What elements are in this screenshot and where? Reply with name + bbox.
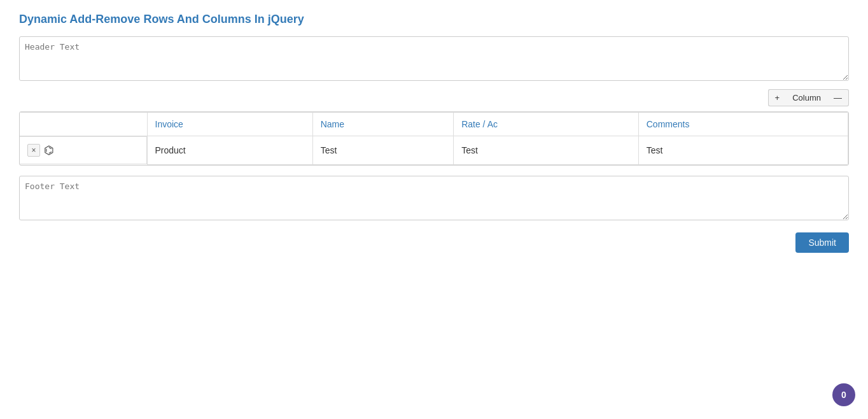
row-cell-product: Product	[147, 136, 312, 165]
main-table: Invoice Name Rate / Ac Comments × ⌬ Prod…	[20, 112, 848, 165]
table-wrapper: Invoice Name Rate / Ac Comments × ⌬ Prod…	[19, 111, 849, 166]
page-title-plain: Dynamic Add-Remove Rows And Columns In	[19, 13, 268, 25]
table-row: × ⌬ Product Test Test Test	[20, 136, 848, 165]
header-row: Invoice Name Rate / Ac Comments	[20, 113, 848, 136]
header-cell-invoice: Invoice	[147, 113, 312, 136]
footer-textarea[interactable]	[19, 176, 849, 220]
row-cell-test3: Test	[638, 136, 848, 165]
submit-button[interactable]: Submit	[795, 232, 849, 253]
remove-row-button[interactable]: ×	[27, 144, 40, 157]
header-cell-rate: Rate / Ac	[454, 113, 639, 136]
header-textarea[interactable]	[19, 36, 849, 81]
remove-column-button[interactable]: —	[827, 89, 849, 106]
column-label: Column	[786, 89, 827, 106]
row-actions-cell: × ⌬	[20, 136, 147, 164]
row-cell-test1: Test	[312, 136, 453, 165]
table-body: × ⌬ Product Test Test Test	[20, 136, 848, 165]
submit-row: Submit	[19, 232, 849, 253]
header-cell-name: Name	[312, 113, 453, 136]
add-column-button[interactable]: +	[768, 89, 787, 106]
row-cell-test2: Test	[454, 136, 639, 165]
page-title-highlight: jQuery	[268, 13, 304, 25]
page-title: Dynamic Add-Remove Rows And Columns In j…	[19, 13, 849, 26]
column-controls: + Column —	[19, 89, 849, 106]
header-cell-comments: Comments	[638, 113, 848, 136]
table-head: Invoice Name Rate / Ac Comments	[20, 113, 848, 136]
header-cell-blank	[20, 113, 147, 136]
drag-handle-icon[interactable]: ⌬	[44, 143, 54, 157]
